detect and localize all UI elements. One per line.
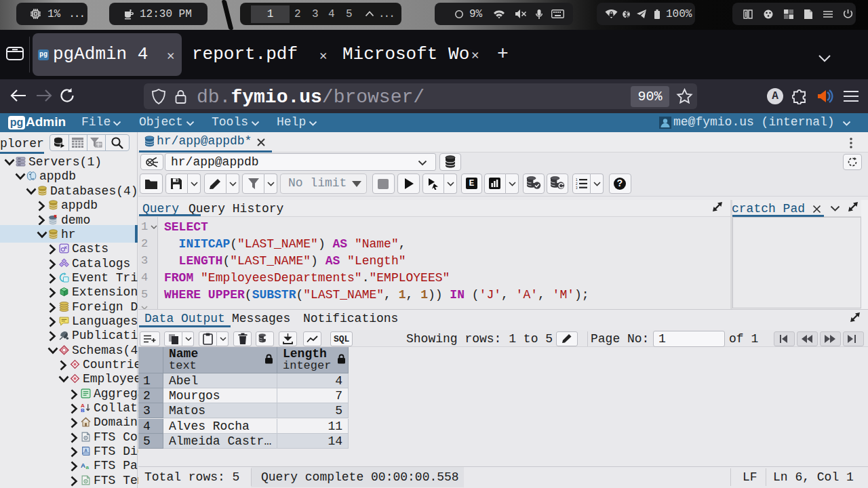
svg-text:A: A [84,448,87,453]
svg-text:A: A [81,462,85,469]
svg-text:3: 3 [576,186,578,190]
svg-text:1: 1 [576,178,578,182]
svg-text:2: 2 [576,182,578,186]
svg-text:B: B [81,407,85,413]
svg-text:a: a [86,464,90,470]
